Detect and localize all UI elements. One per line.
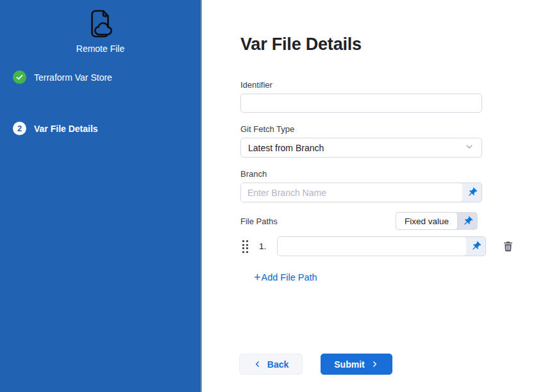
add-file-path-button[interactable]: + Add File Path <box>254 272 317 283</box>
drag-handle-icon[interactable] <box>242 240 248 253</box>
row-number: 1. <box>259 236 266 257</box>
trash-icon <box>502 240 514 253</box>
file-path-input[interactable] <box>278 237 466 256</box>
add-file-path-label: Add File Path <box>262 272 317 282</box>
file-paths-pin-button[interactable] <box>458 212 478 230</box>
git-fetch-type-value: Latest from Branch <box>248 143 464 153</box>
wizard-sidebar: Remote File Terraform Var Store 2 Var Fi… <box>0 0 202 392</box>
branch-input-group <box>240 183 482 202</box>
chevron-down-icon <box>464 142 474 154</box>
pin-icon <box>467 187 478 198</box>
delete-row-button[interactable] <box>502 240 514 256</box>
file-paths-type-group: Fixed value <box>396 212 478 230</box>
store-type-label: Remote File <box>0 44 201 54</box>
fixed-value-selector[interactable]: Fixed value <box>396 212 458 230</box>
file-paths-label: File Paths <box>240 216 278 226</box>
branch-pin-button[interactable] <box>462 183 482 202</box>
var-file-wizard: Remote File Terraform Var Store 2 Var Fi… <box>0 0 536 392</box>
check-circle-icon <box>13 70 26 84</box>
sidebar-step-terraform-var-store[interactable]: Terraform Var Store <box>13 70 112 84</box>
submit-button-label: Submit <box>334 359 364 370</box>
step-number-badge: 2 <box>13 122 26 135</box>
identifier-input[interactable] <box>240 94 482 113</box>
back-button[interactable]: Back <box>239 354 303 375</box>
chevron-left-icon <box>253 360 262 368</box>
file-paths-header: File Paths Fixed value <box>240 212 478 230</box>
store-type-header: Remote File <box>0 8 201 54</box>
submit-button[interactable]: Submit <box>321 354 392 375</box>
git-fetch-type-label: Git Fetch Type <box>240 124 294 134</box>
sidebar-step-var-file-details[interactable]: 2 Var File Details <box>13 122 98 135</box>
page-title: Var File Details <box>240 35 362 54</box>
var-file-details-panel: Var File Details Identifier Git Fetch Ty… <box>202 0 536 392</box>
step-label: Terraform Var Store <box>34 72 112 83</box>
branch-label: Branch <box>240 169 267 179</box>
branch-input[interactable] <box>241 183 462 202</box>
file-path-row: 1. <box>202 236 536 257</box>
file-path-pin-button[interactable] <box>466 237 485 256</box>
step-label: Var File Details <box>34 124 98 134</box>
identifier-label: Identifier <box>240 80 272 90</box>
back-button-label: Back <box>267 359 289 370</box>
remote-file-cloud-icon <box>84 8 117 41</box>
chevron-right-icon <box>371 360 379 368</box>
file-path-input-group <box>277 236 486 256</box>
git-fetch-type-select[interactable]: Latest from Branch <box>240 138 482 158</box>
pin-icon <box>471 241 482 252</box>
plus-icon: + <box>254 272 261 283</box>
pin-icon <box>462 216 473 227</box>
